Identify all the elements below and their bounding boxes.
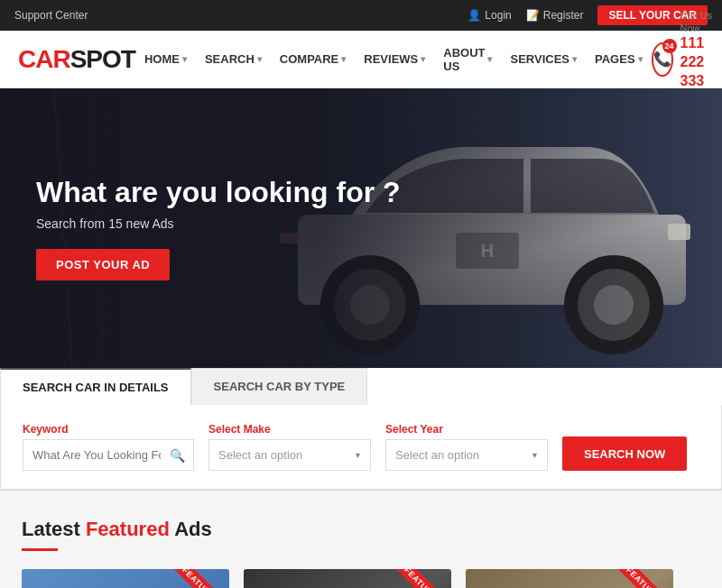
search-section: SEARCH CAR IN DETAILS SEARCH CAR BY TYPE… bbox=[0, 368, 722, 491]
register-link[interactable]: 📝 Register bbox=[526, 9, 584, 22]
hero-title: What are you looking for ? bbox=[36, 176, 401, 209]
featured-header: Latest Featured Ads bbox=[22, 518, 700, 541]
chevron-down-icon: ▾ bbox=[487, 54, 492, 64]
year-group: Select Year Select an option bbox=[385, 423, 548, 471]
logo-spot: SPOT bbox=[70, 45, 135, 74]
site-header: CAR SPOT HOME ▾ SEARCH ▾ COMPARE ▾ REVIE… bbox=[0, 31, 722, 88]
year-select[interactable]: Select an option bbox=[385, 439, 548, 471]
post-ad-button[interactable]: POST YOUR AD bbox=[36, 249, 170, 280]
login-link[interactable]: 👤 Login bbox=[467, 9, 511, 22]
user-icon: 👤 bbox=[467, 9, 481, 22]
nav-services[interactable]: SERVICES ▾ bbox=[501, 45, 586, 73]
nav-reviews[interactable]: REVIEWS ▾ bbox=[355, 45, 434, 73]
chevron-down-icon: ▾ bbox=[421, 54, 425, 64]
make-select[interactable]: Select an option bbox=[208, 439, 371, 471]
call-now-label: Call Us Now bbox=[680, 9, 717, 35]
logo-car: CAR bbox=[18, 45, 70, 74]
support-center-label: Support Center bbox=[14, 9, 88, 22]
search-input[interactable] bbox=[23, 439, 194, 471]
register-icon: 📝 bbox=[526, 9, 540, 22]
featured-ribbon: FEATURED bbox=[383, 569, 451, 588]
phone-icon: 📞 bbox=[653, 51, 671, 68]
featured-ribbon: FEATURED bbox=[161, 569, 229, 588]
keyword-input-wrap: 🔍 bbox=[23, 439, 194, 471]
search-tabs: SEARCH CAR IN DETAILS SEARCH CAR BY TYPE bbox=[0, 368, 722, 405]
featured-cards: FEATURED FEATURED FEATURED bbox=[22, 569, 700, 588]
chevron-down-icon: ▾ bbox=[182, 54, 187, 64]
main-nav: HOME ▾ SEARCH ▾ COMPARE ▾ REVIEWS ▾ ABOU… bbox=[135, 39, 652, 80]
featured-title: Latest Featured Ads bbox=[22, 518, 700, 541]
make-label: Select Make bbox=[208, 423, 371, 436]
chevron-down-icon: ▾ bbox=[257, 54, 262, 64]
keyword-label: Keyword bbox=[23, 423, 194, 436]
list-item[interactable]: FEATURED bbox=[466, 569, 673, 588]
nav-pages[interactable]: PAGES ▾ bbox=[586, 45, 652, 73]
nav-search[interactable]: SEARCH ▾ bbox=[196, 45, 271, 73]
tab-search-type[interactable]: SEARCH CAR BY TYPE bbox=[191, 368, 368, 405]
top-bar: Support Center 👤 Login 📝 Register SELL Y… bbox=[0, 0, 722, 31]
make-group: Select Make Select an option bbox=[208, 423, 371, 471]
featured-title-part2: Ads bbox=[170, 518, 212, 540]
nav-compare[interactable]: COMPARE ▾ bbox=[271, 45, 355, 73]
list-item[interactable]: FEATURED bbox=[244, 569, 451, 588]
hero-content: What are you looking for ? Search from 1… bbox=[0, 176, 437, 280]
logo: CAR SPOT bbox=[18, 45, 135, 74]
nav-about[interactable]: ABOUT US ▾ bbox=[434, 39, 501, 80]
featured-ribbon: FEATURED bbox=[605, 569, 673, 588]
keyword-group: Keyword 🔍 bbox=[23, 423, 194, 471]
year-label: Select Year bbox=[385, 423, 548, 436]
hero-section: H What are you looking for ? Search from… bbox=[0, 88, 722, 368]
featured-section: Latest Featured Ads FEATURED FEATURED FE… bbox=[0, 491, 722, 588]
search-now-button[interactable]: SEARCH NOW bbox=[562, 436, 687, 471]
tab-search-details[interactable]: SEARCH CAR IN DETAILS bbox=[0, 368, 191, 405]
featured-title-highlight: Featured bbox=[86, 518, 170, 540]
call-icon-circle: 📞 24 bbox=[652, 42, 673, 77]
nav-home[interactable]: HOME ▾ bbox=[135, 45, 196, 73]
badge-24: 24 bbox=[662, 39, 677, 53]
featured-divider bbox=[22, 548, 58, 551]
list-item[interactable]: FEATURED bbox=[22, 569, 229, 588]
hero-subtitle: Search from 15 new Ads bbox=[36, 216, 401, 231]
make-select-wrap: Select an option bbox=[208, 439, 371, 471]
search-icon: 🔍 bbox=[170, 448, 185, 463]
year-select-wrap: Select an option bbox=[385, 439, 548, 471]
chevron-down-icon: ▾ bbox=[572, 54, 577, 64]
featured-title-part1: Latest bbox=[22, 518, 86, 540]
search-form: Keyword 🔍 Select Make Select an option S… bbox=[0, 405, 722, 490]
chevron-down-icon: ▾ bbox=[638, 54, 643, 64]
chevron-down-icon: ▾ bbox=[341, 54, 346, 64]
